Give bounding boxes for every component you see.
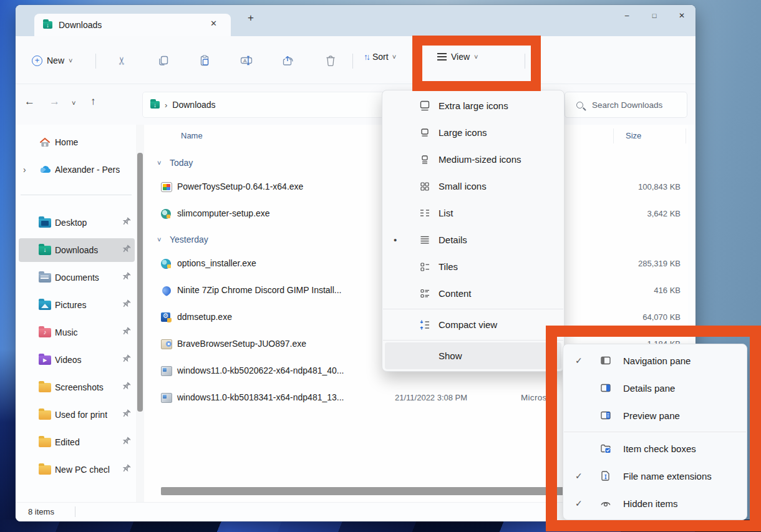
new-tab-button[interactable]: + [241,9,260,27]
close-button[interactable]: ✕ [668,5,696,26]
folder-icon [39,383,51,392]
sidebar-divider [21,195,132,195]
column-divider[interactable] [613,128,614,143]
menu-item-extra-large-icons[interactable]: Extra large icons [382,92,564,119]
search-icon [576,102,583,109]
cut-icon: ✂ [115,56,128,65]
sidebar-item-edited[interactable]: Edited [19,430,135,454]
sidebar-item-downloads[interactable]: Downloads [19,238,135,262]
column-divider[interactable] [686,128,686,143]
home-icon [39,137,51,148]
folder-icon [39,410,51,420]
file-name: Ninite 7Zip Chrome Discord GIMP Install.… [177,285,342,295]
menu-item-small-icons[interactable]: Small icons [382,173,564,200]
pictures-folder-icon [39,301,51,310]
windows-update-icon [161,366,172,376]
recent-locations-button[interactable]: ˅ [72,99,75,107]
navigation-pane: Home › Alexander - Pers Desktop Download… [16,125,144,502]
up-button[interactable]: ↑ [90,95,96,108]
file-name: windows11.0-kb5020622-x64-ndp481_40... [177,365,344,375]
search-placeholder: Search Downloads [592,100,662,110]
sidebar-item-label: Pictures [55,300,87,310]
sidebar-item-label: Downloads [55,245,98,255]
sidebar-item-pictures[interactable]: Pictures [19,293,135,317]
cut-button[interactable]: ✂ [112,51,131,70]
sidebar-item-label: Alexander - Pers [55,165,120,175]
delete-button[interactable] [321,51,340,70]
copy-icon [157,54,170,67]
sort-button[interactable]: ↑↓ Sort ˅ [364,52,396,62]
small-icons-icon [419,180,431,193]
sidebar-item-screenshots[interactable]: Screenshots [19,375,135,399]
tab-close-icon[interactable]: ✕ [210,19,217,28]
group-label: Yesterday [170,235,208,244]
copy-button[interactable] [154,51,173,70]
collapse-chevron-icon[interactable]: ˅ [157,159,161,167]
breadcrumb[interactable]: Downloads [172,100,215,110]
menu-item-label: Extra large icons [439,100,508,111]
breadcrumb-separator: › [165,100,167,110]
sidebar-item-videos[interactable]: Videos [19,348,135,372]
statusbar-divider [75,506,75,517]
pin-icon [122,382,130,391]
downloads-folder-icon [43,21,52,29]
column-header-name[interactable]: Name [181,131,203,140]
pin-icon [122,464,130,473]
sidebar-scrollbar-thumb[interactable] [137,153,143,412]
selected-bullet-icon: • [394,235,397,245]
pin-icon [122,354,130,364]
windows-update-icon [161,393,172,403]
sidebar-scrollbar[interactable] [136,125,144,502]
rename-button[interactable]: A [237,51,256,70]
paste-button[interactable] [195,51,214,70]
sidebar-item-used-for-print[interactable]: Used for print [19,403,135,427]
powertoys-icon [161,182,172,192]
share-button[interactable] [279,51,298,70]
file-size: 3,642 KB [647,209,681,218]
paste-icon [198,54,211,67]
desktop-folder-icon [39,218,51,228]
titlebar[interactable]: Downloads ✕ + – □ ✕ [16,5,696,36]
collapse-chevron-icon[interactable]: ˅ [157,236,161,243]
menu-item-compact-view[interactable]: Compact view [382,311,564,338]
minimize-button[interactable]: – [613,5,641,26]
menu-item-tiles[interactable]: Tiles [382,253,564,280]
sidebar-item-desktop[interactable]: Desktop [19,211,135,235]
expand-chevron-icon[interactable]: › [23,165,26,175]
sort-icon: ↑↓ [364,52,369,62]
menu-item-details[interactable]: • Details [382,226,564,253]
sidebar-item-onedrive[interactable]: › Alexander - Pers [19,158,135,181]
menu-item-label: Compact view [439,319,497,330]
list-view-icon [419,207,431,220]
menu-item-large-icons[interactable]: Large icons [382,119,564,146]
pin-icon [122,327,130,336]
forward-button[interactable]: → [49,95,60,108]
folder-icon [39,438,51,447]
folder-icon [39,465,51,475]
annotation-highlight-view-button [412,36,541,91]
onedrive-icon [39,165,52,175]
command-bar: + New ˅ ✂ [16,36,696,84]
large-icons-icon [419,127,431,139]
search-box[interactable]: Search Downloads [565,92,687,118]
maximize-button[interactable]: □ [641,5,668,26]
menu-divider [383,309,563,309]
sort-button-label: Sort [372,52,389,62]
menu-item-show[interactable]: Show › [385,342,561,369]
sidebar-item-music[interactable]: Music [19,321,135,344]
menu-item-medium-sized-icons[interactable]: Medium-sized icons [382,146,564,173]
menu-item-content[interactable]: Content [382,280,564,307]
new-button[interactable]: + New ˅ [27,51,77,70]
sidebar-item-documents[interactable]: Documents [19,266,135,289]
back-button[interactable]: ← [24,95,35,108]
ddm-setup-icon [161,312,170,322]
pin-icon [122,437,130,446]
tab-downloads[interactable]: Downloads ✕ [34,14,231,36]
sidebar-item-label: Documents [55,273,99,283]
menu-item-list[interactable]: List [382,200,564,226]
sidebar-item-new-pc-checklist[interactable]: New PC checl [19,458,135,481]
column-header-size[interactable]: Size [626,131,641,140]
pin-icon [122,272,130,281]
sidebar-item-home[interactable]: Home [19,130,135,154]
file-date-modified: 21/11/2022 3:08 PM [395,393,467,402]
